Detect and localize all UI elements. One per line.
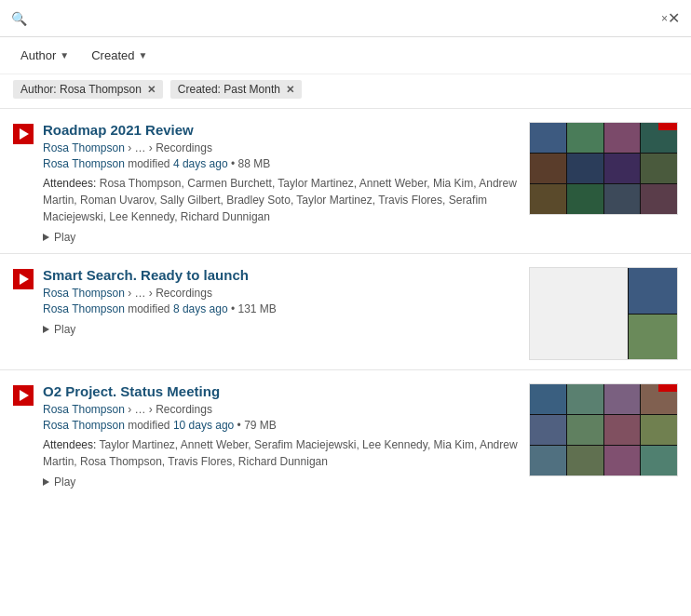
- result-3-path-suffix: … › Recordings: [135, 403, 212, 416]
- result-3-path-arrow: ›: [128, 403, 134, 416]
- result-item: Roadmap 2021 Review Rosa Thompson › … › …: [0, 108, 691, 253]
- created-filter-button[interactable]: Created ▼: [84, 45, 155, 66]
- result-1-play-link[interactable]: Play: [43, 231, 520, 244]
- result-2-play-icon: [43, 326, 49, 333]
- result-1-attendees-label: Attendees:: [43, 177, 96, 190]
- result-2-thumbnail: [529, 267, 678, 360]
- result-1-path-arrow: ›: [128, 141, 134, 154]
- author-chevron-icon: ▼: [60, 50, 69, 60]
- chips-row: Author: Rosa Thompson ✕ Created: Past Mo…: [0, 74, 691, 108]
- result-1-meta-time[interactable]: 4 days ago: [173, 157, 228, 170]
- result-2-path-suffix: … › Recordings: [135, 287, 212, 300]
- result-1-meta-author[interactable]: Rosa Thompson: [43, 157, 125, 170]
- result-2-path: Rosa Thompson › … › Recordings: [43, 287, 520, 300]
- created-chip-label: Created: Past Month: [178, 83, 280, 96]
- result-1-meta-size: 88 MB: [237, 157, 270, 170]
- result-3-content: O2 Project. Status Meeting Rosa Thompson…: [43, 383, 520, 489]
- result-2-meta: Rosa Thompson modified 8 days ago • 131 …: [43, 302, 520, 315]
- created-chip: Created: Past Month ✕: [170, 80, 302, 99]
- created-chevron-icon: ▼: [138, 50, 147, 60]
- result-3-play-link[interactable]: Play: [43, 475, 520, 489]
- author-chip-close-button[interactable]: ✕: [147, 84, 156, 96]
- search-bar: 🔍 × ✕: [0, 0, 691, 37]
- author-filter-button[interactable]: Author ▼: [13, 45, 76, 66]
- result-1-content: Roadmap 2021 Review Rosa Thompson › … › …: [43, 122, 520, 244]
- result-2-play-link[interactable]: Play: [43, 323, 520, 336]
- author-filter-label: Author: [20, 48, 56, 62]
- play-button-1[interactable]: [13, 124, 34, 144]
- result-3-meta: Rosa Thompson modified 10 days ago • 79 …: [43, 419, 520, 432]
- play-button-3[interactable]: [13, 385, 34, 406]
- result-3-path: Rosa Thompson › … › Recordings: [43, 403, 520, 416]
- result-3-attendees-list: Taylor Martinez, Annett Weber, Serafim M…: [43, 438, 518, 468]
- author-chip-label: Author: Rosa Thompson: [20, 83, 142, 96]
- result-3-play-icon: [43, 478, 49, 486]
- result-1-title[interactable]: Roadmap 2021 Review: [43, 122, 520, 138]
- result-1-play-label: Play: [54, 231, 75, 244]
- result-3-play-label: Play: [54, 475, 75, 489]
- result-2-play-label: Play: [54, 323, 75, 336]
- result-item: O2 Project. Status Meeting Rosa Thompson…: [0, 369, 691, 498]
- result-3-thumbnail: [529, 383, 678, 476]
- play-button-2[interactable]: [13, 269, 34, 289]
- result-2-content: Smart Search. Ready to launch Rosa Thomp…: [43, 267, 520, 336]
- result-item: Smart Search. Ready to launch Rosa Thomp…: [0, 253, 691, 369]
- search-input[interactable]: [33, 11, 661, 25]
- result-2-path-user: Rosa Thompson: [43, 287, 125, 300]
- result-1-attendees-list: Rosa Thompson, Carmen Burchett, Taylor M…: [43, 177, 517, 223]
- result-1-path-user: Rosa Thompson: [43, 141, 125, 154]
- result-2-meta-action: modified: [128, 302, 173, 315]
- search-clear-button[interactable]: ×: [661, 12, 668, 25]
- result-1-path: Rosa Thompson › … › Recordings: [43, 141, 520, 154]
- result-2-meta-time[interactable]: 8 days ago: [173, 302, 228, 315]
- author-chip: Author: Rosa Thompson ✕: [13, 80, 163, 99]
- created-filter-label: Created: [91, 48, 134, 62]
- result-3-attendees: Attendees: Taylor Martinez, Annett Weber…: [43, 436, 520, 470]
- result-2-meta-author[interactable]: Rosa Thompson: [43, 302, 125, 315]
- result-3-meta-size: 79 MB: [244, 419, 277, 432]
- result-3-meta-author[interactable]: Rosa Thompson: [43, 419, 125, 432]
- result-3-title[interactable]: O2 Project. Status Meeting: [43, 383, 520, 399]
- result-1-thumbnail: [529, 122, 678, 215]
- result-1-play-icon: [43, 234, 49, 241]
- result-2-meta-size: 131 MB: [237, 302, 276, 315]
- result-1-attendees: Attendees: Rosa Thompson, Carmen Burchet…: [43, 175, 520, 225]
- result-3-meta-time[interactable]: 10 days ago: [173, 419, 234, 432]
- result-2-title[interactable]: Smart Search. Ready to launch: [43, 267, 520, 283]
- created-chip-close-button[interactable]: ✕: [286, 84, 294, 96]
- result-3-attendees-label: Attendees:: [43, 438, 96, 451]
- search-close-button[interactable]: ✕: [668, 9, 680, 27]
- result-1-meta-action: modified: [128, 157, 173, 170]
- result-3-path-user: Rosa Thompson: [43, 403, 125, 416]
- result-2-path-arrow: ›: [128, 287, 134, 300]
- result-1-meta: Rosa Thompson modified 4 days ago • 88 M…: [43, 157, 520, 170]
- search-icon: 🔍: [11, 11, 27, 26]
- result-3-meta-action: modified: [128, 419, 173, 432]
- filter-row: Author ▼ Created ▼: [0, 37, 691, 74]
- result-1-path-suffix: … › Recordings: [135, 141, 212, 154]
